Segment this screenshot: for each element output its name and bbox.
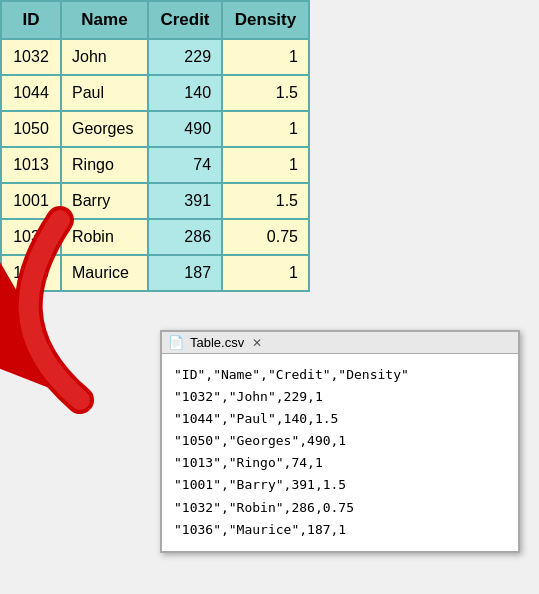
cell-density: 1 [222, 255, 309, 291]
table-row: 1001Barry3911.5 [1, 183, 309, 219]
cell-id: 1036 [1, 255, 61, 291]
cell-id: 1013 [1, 147, 61, 183]
csv-line: "ID","Name","Credit","Density" [174, 364, 506, 386]
cell-name: Barry [61, 183, 148, 219]
csv-titlebar: 📄 Table.csv ✕ [162, 332, 518, 354]
cell-name: Paul [61, 75, 148, 111]
cell-density: 1 [222, 147, 309, 183]
csv-line: "1044","Paul",140,1.5 [174, 408, 506, 430]
csv-line: "1032","John",229,1 [174, 386, 506, 408]
cell-density: 1 [222, 111, 309, 147]
cell-density: 1.5 [222, 183, 309, 219]
cell-credit: 286 [148, 219, 222, 255]
cell-name: Ringo [61, 147, 148, 183]
csv-line: "1001","Barry",391,1.5 [174, 474, 506, 496]
csv-tab-label: Table.csv [190, 335, 244, 350]
col-header-name: Name [61, 1, 148, 39]
cell-name: John [61, 39, 148, 75]
cell-id: 1001 [1, 183, 61, 219]
cell-credit: 140 [148, 75, 222, 111]
cell-credit: 391 [148, 183, 222, 219]
cell-name: Maurice [61, 255, 148, 291]
cell-density: 1 [222, 39, 309, 75]
cell-credit: 74 [148, 147, 222, 183]
cell-id: 1044 [1, 75, 61, 111]
csv-line: "1013","Ringo",74,1 [174, 452, 506, 474]
cell-id: 1050 [1, 111, 61, 147]
cell-density: 0.75 [222, 219, 309, 255]
cell-credit: 187 [148, 255, 222, 291]
table-row: 1032John2291 [1, 39, 309, 75]
col-header-density: Density [222, 1, 309, 39]
cell-density: 1.5 [222, 75, 309, 111]
cell-name: Georges [61, 111, 148, 147]
csv-close-button[interactable]: ✕ [252, 336, 262, 350]
csv-file-icon: 📄 [168, 335, 184, 350]
csv-window: 📄 Table.csv ✕ "ID","Name","Credit","Dens… [160, 330, 520, 553]
data-table: ID Name Credit Density 1032John22911044P… [0, 0, 310, 292]
col-header-id: ID [1, 1, 61, 39]
table-row: 1044Paul1401.5 [1, 75, 309, 111]
cell-id: 1032 [1, 39, 61, 75]
csv-line: "1032","Robin",286,0.75 [174, 497, 506, 519]
col-header-credit: Credit [148, 1, 222, 39]
csv-line: "1050","Georges",490,1 [174, 430, 506, 452]
cell-name: Robin [61, 219, 148, 255]
table-row: 1036Maurice1871 [1, 255, 309, 291]
table-row: 1032Robin2860.75 [1, 219, 309, 255]
table-row: 1050Georges4901 [1, 111, 309, 147]
csv-line: "1036","Maurice",187,1 [174, 519, 506, 541]
table-row: 1013Ringo741 [1, 147, 309, 183]
cell-credit: 229 [148, 39, 222, 75]
csv-content: "ID","Name","Credit","Density""1032","Jo… [162, 354, 518, 551]
cell-id: 1032 [1, 219, 61, 255]
cell-credit: 490 [148, 111, 222, 147]
